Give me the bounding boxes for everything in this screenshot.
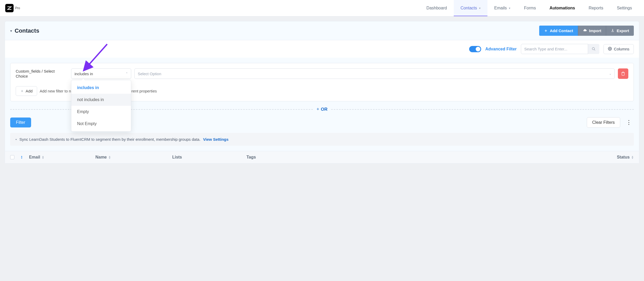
column-lists[interactable]: Lists: [172, 155, 240, 160]
trash-icon: [621, 72, 625, 76]
logo-area: Pro: [5, 1, 20, 15]
import-button[interactable]: Import: [578, 26, 606, 36]
nav-automations[interactable]: Automations: [543, 0, 582, 16]
bullet-icon: •: [15, 137, 17, 142]
gear-icon: [608, 47, 612, 51]
operator-dropdown: includes in not includes in Empty Not Em…: [71, 80, 131, 132]
nav-settings[interactable]: Settings: [610, 0, 639, 16]
nav-emails[interactable]: Emails▾: [487, 0, 517, 16]
search-icon[interactable]: [588, 44, 599, 54]
svg-point-0: [592, 48, 595, 50]
sort-icon: ▲▼: [108, 155, 111, 159]
add-or-group-button[interactable]: + OR: [313, 107, 331, 112]
plus-icon: ＋: [20, 89, 24, 93]
operator-select[interactable]: includes in ⌃ includes in not includes i…: [71, 68, 131, 79]
delete-filter-button[interactable]: [618, 68, 628, 79]
app-logo[interactable]: [5, 4, 14, 12]
nav-dashboard[interactable]: Dashboard: [420, 0, 454, 16]
operator-option-includes-in[interactable]: includes in: [71, 82, 131, 94]
filter-card: Custom_fields / Select Choice includes i…: [10, 63, 634, 101]
svg-point-1: [609, 48, 610, 49]
column-email[interactable]: Email ▲▼: [29, 155, 89, 160]
plus-icon: ＋: [544, 28, 548, 33]
select-all-checkbox[interactable]: [10, 155, 14, 159]
more-actions-button[interactable]: ⋮: [624, 118, 634, 127]
chevron-down-icon: ▾: [509, 7, 510, 10]
sort-indicator[interactable]: ▲▼: [21, 155, 23, 159]
filter-row: Custom_fields / Select Choice includes i…: [16, 68, 628, 79]
chevron-down-icon: ▾: [479, 7, 481, 10]
toolbar: Advanced Filter Columns: [5, 40, 639, 58]
search-input[interactable]: [521, 44, 599, 54]
search-box: [521, 44, 599, 54]
chevron-down-icon[interactable]: ▾: [10, 29, 12, 33]
column-status[interactable]: Status ▲▼: [617, 155, 634, 160]
sync-notice: • Sync LearnDash Students to FluentCRM t…: [10, 133, 634, 146]
advanced-filter-toggle[interactable]: [469, 46, 481, 52]
chevron-down-icon: ⌄: [609, 72, 612, 75]
top-nav: Pro Dashboard Contacts▾ Emails▾ Forms Au…: [0, 0, 644, 16]
column-tags[interactable]: Tags: [246, 155, 330, 160]
filter-field-label: Custom_fields / Select Choice: [16, 69, 68, 79]
plus-icon: +: [317, 107, 319, 112]
panel-header: ▾ Contacts ＋ Add Contact Import: [5, 21, 639, 40]
page-title: Contacts: [15, 27, 39, 34]
cloud-upload-icon: [583, 28, 587, 33]
advanced-filter-label: Advanced Filter: [485, 47, 517, 51]
export-button[interactable]: Export: [606, 26, 634, 36]
add-contact-button[interactable]: ＋ Add Contact: [539, 26, 578, 36]
sort-icon: ▲▼: [42, 155, 44, 159]
value-select[interactable]: Select Option ⌄: [134, 68, 615, 79]
column-name[interactable]: Name ▲▼: [95, 155, 166, 160]
clear-filters-button[interactable]: Clear Filters: [587, 117, 620, 128]
operator-option-not-includes-in[interactable]: not includes in: [71, 94, 131, 106]
table-header: ▲▼ Email ▲▼ Name ▲▼ Lists Tags Status ▲▼: [5, 151, 639, 163]
apply-filter-button[interactable]: Filter: [10, 118, 31, 127]
plan-badge: Pro: [15, 6, 20, 10]
chevron-up-icon: ⌃: [125, 72, 128, 75]
operator-option-empty[interactable]: Empty: [71, 106, 131, 118]
add-filter-button[interactable]: ＋ Add: [16, 86, 37, 96]
nav-reports[interactable]: Reports: [582, 0, 610, 16]
nav-contacts[interactable]: Contacts▾: [454, 0, 487, 16]
sort-icon: ▲▼: [631, 155, 634, 159]
columns-button[interactable]: Columns: [603, 44, 634, 54]
main-nav: Dashboard Contacts▾ Emails▾ Forms Automa…: [420, 0, 639, 16]
operator-option-not-empty[interactable]: Not Empty: [71, 118, 131, 130]
contacts-panel: ▾ Contacts ＋ Add Contact Import: [5, 21, 639, 163]
download-icon: [611, 28, 614, 33]
notice-text: Sync LearnDash Students to FluentCRM to …: [19, 137, 200, 142]
view-settings-link[interactable]: View Settings: [203, 137, 228, 142]
nav-forms[interactable]: Forms: [517, 0, 543, 16]
